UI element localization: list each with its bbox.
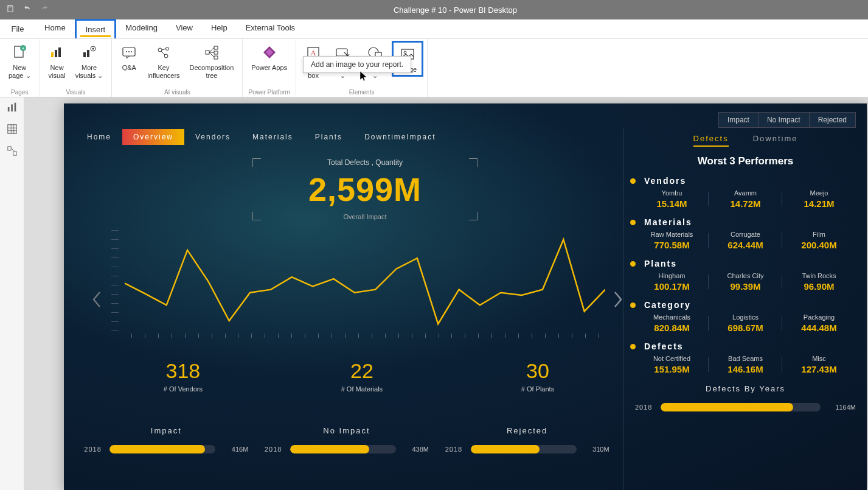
model-view-icon[interactable] (7, 145, 18, 156)
perf-header: Plants (635, 259, 856, 268)
count-card: 30# Of Plants (521, 359, 554, 393)
perf-value: 146.16M (709, 364, 782, 374)
svg-rect-42 (7, 147, 10, 150)
file-tab[interactable]: File (0, 19, 35, 38)
ribbon-group-pages: +New page ⌄Pages (0, 39, 40, 97)
perf-value: 698.67M (709, 323, 782, 333)
impact-value: 310M (580, 446, 609, 453)
perf-name: Packaging (782, 313, 856, 321)
title-bar: Challenge # 10 - Power BI Desktop (0, 0, 868, 19)
perf-name: Yombu (635, 189, 709, 197)
perf-header: Defects (635, 341, 856, 351)
perf-name: Charles City (709, 272, 782, 279)
ribbon-new-page[interactable]: +New page ⌄ (4, 41, 36, 81)
perf-item: Corrugate624.44M (709, 231, 782, 250)
menu-tab-insert[interactable]: Insert (75, 19, 117, 38)
perf-group: CategoryMechanicals820.84MLogistics698.6… (635, 300, 856, 333)
filter-buttons: ImpactNo ImpactRejected (718, 112, 856, 128)
perf-header: Vendors (635, 176, 856, 186)
ribbon-key-influencers[interactable]: Key influencers (142, 41, 184, 81)
perf-item: Bad Seams146.16M (709, 355, 782, 374)
report-nav: HomeOverviewVendorsMaterialsPlantsDownti… (76, 128, 447, 146)
perf-name: Meejo (782, 189, 856, 197)
ribbon-qna[interactable]: Q&A (116, 41, 142, 73)
svg-rect-43 (13, 152, 16, 155)
menu-tab-view[interactable]: View (167, 19, 202, 38)
perf-group: MaterialsRaw Materials770.58MCorrugate62… (635, 217, 856, 250)
perf-item: Mechanicals820.84M (635, 313, 709, 333)
ribbon-group-power-platform: Power AppsPower Platform (243, 39, 296, 97)
nav-downtimeimpact[interactable]: DowntimeImpact (353, 129, 446, 145)
perf-value: 99.39M (709, 281, 782, 292)
ribbon-label: More visuals ⌄ (75, 64, 103, 80)
ribbon-label: Power Apps (251, 64, 287, 72)
perf-name: Corrugate (709, 231, 782, 238)
menu-tab-modeling[interactable]: Modeling (116, 19, 167, 38)
bullet-icon (630, 220, 636, 225)
impact-bar (290, 445, 396, 453)
svg-point-16 (165, 47, 168, 51)
ribbon-more-visuals[interactable]: More visuals ⌄ (71, 41, 108, 81)
power-apps-icon (261, 42, 278, 63)
report-view-icon[interactable] (7, 102, 18, 113)
perf-name: Avamm (709, 189, 782, 197)
nav-home[interactable]: Home (76, 129, 122, 145)
save-icon[interactable] (6, 4, 15, 15)
svg-rect-20 (206, 51, 209, 54)
perf-name: Hingham (635, 272, 709, 279)
perf-item: Yombu15.14M (635, 189, 709, 209)
impact-value: 438M (400, 446, 429, 453)
ribbon-decomposition-tree[interactable]: Decomposition tree (185, 41, 239, 81)
svg-rect-22 (214, 51, 218, 54)
filter-impact[interactable]: Impact (719, 113, 759, 127)
data-view-icon[interactable] (7, 124, 18, 135)
perf-value: 151.95M (635, 364, 709, 374)
right-tab-downtime[interactable]: Downtime (753, 134, 798, 147)
perf-header: Materials (635, 217, 856, 227)
perf-value: 200.40M (782, 240, 856, 250)
menu-tab-help[interactable]: Help (202, 19, 237, 38)
perf-heading: Materials (644, 217, 692, 227)
impact-year: 2018 (84, 446, 109, 453)
undo-icon[interactable] (23, 4, 32, 15)
nav-plants[interactable]: Plants (304, 129, 353, 145)
sparkline-chart (103, 230, 605, 352)
perf-items: Not Certified151.95MBad Seams146.16MMisc… (635, 355, 856, 374)
ribbon-label: New visual (49, 64, 66, 80)
impact-section: Impact2018416MNo Impact2018438MRejected2… (76, 426, 617, 461)
kpi-title: Total Defects , Quantity (252, 158, 477, 167)
svg-point-12 (126, 51, 127, 52)
defects-years-title: Defects By Years (635, 384, 856, 393)
bullet-icon (630, 261, 636, 267)
ribbon-new-visual[interactable]: New visual (44, 41, 71, 81)
filter-rejected[interactable]: Rejected (810, 113, 855, 127)
menu-tab-external-tools[interactable]: External Tools (237, 19, 304, 38)
count-value: 22 (341, 359, 383, 383)
image-tooltip: Add an image to your report. (303, 56, 411, 73)
dy-bar (661, 403, 821, 411)
impact-column: Impact2018416M (84, 426, 248, 461)
filter-no-impact[interactable]: No Impact (759, 113, 810, 127)
svg-line-18 (161, 51, 165, 55)
impact-value: 416M (219, 446, 248, 453)
nav-materials[interactable]: Materials (241, 129, 304, 145)
ribbon-power-apps[interactable]: Power Apps (246, 41, 292, 73)
nav-overview[interactable]: Overview (122, 129, 184, 145)
nav-vendors[interactable]: Vendors (184, 129, 241, 145)
impact-bar (471, 445, 577, 453)
perf-name: Logistics (709, 313, 782, 321)
ribbon-group-visuals: New visualMore visuals ⌄Visuals (40, 39, 113, 97)
perf-item: Hingham100.17M (635, 272, 709, 292)
menu-tab-home[interactable]: Home (35, 19, 75, 38)
perf-value: 14.72M (709, 198, 782, 209)
svg-rect-7 (83, 52, 86, 57)
chevron-right-icon[interactable] (613, 291, 623, 308)
right-tab-defects[interactable]: Defects (693, 134, 729, 147)
views-bar (0, 97, 24, 490)
redo-icon[interactable] (40, 4, 49, 15)
impact-column: No Impact2018438M (265, 426, 429, 461)
report-canvas[interactable]: ImpactNo ImpactRejected HomeOverviewVend… (64, 103, 867, 490)
chevron-left-icon[interactable] (91, 291, 102, 308)
impact-bar (109, 445, 215, 453)
perf-group: PlantsHingham100.17MCharles City99.39MTw… (635, 259, 856, 292)
